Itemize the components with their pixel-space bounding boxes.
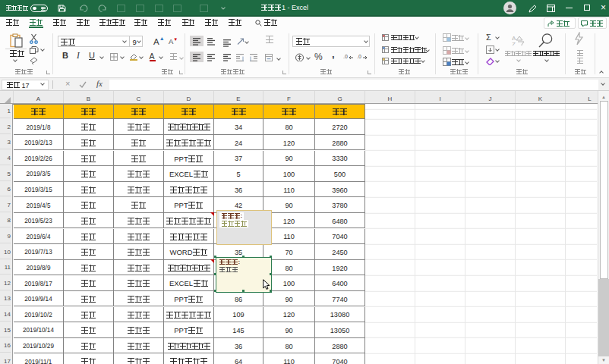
svg-text:Z: Z <box>512 41 516 46</box>
svg-text:.0: .0 <box>357 54 361 59</box>
svg-text:.0: .0 <box>343 54 348 59</box>
